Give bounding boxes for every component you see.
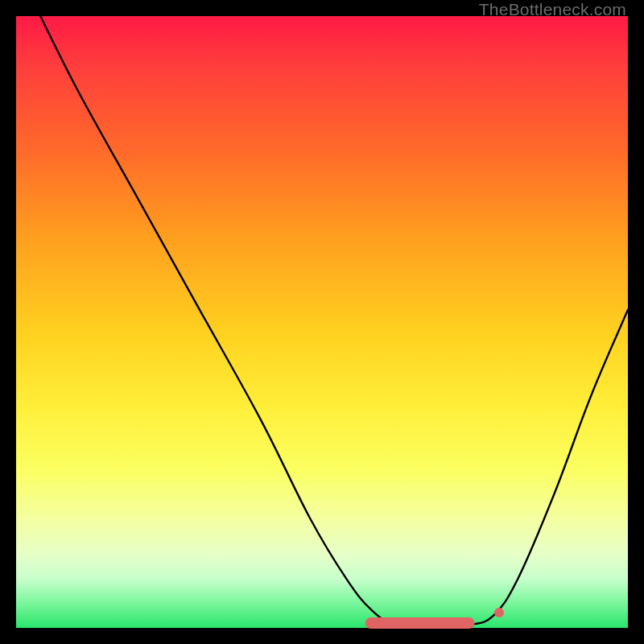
- watermark-text: TheBottleneck.com: [479, 0, 626, 19]
- optimal-range-marker: [365, 617, 475, 629]
- marker-point: [494, 608, 504, 617]
- bottleneck-curve: [16, 16, 628, 628]
